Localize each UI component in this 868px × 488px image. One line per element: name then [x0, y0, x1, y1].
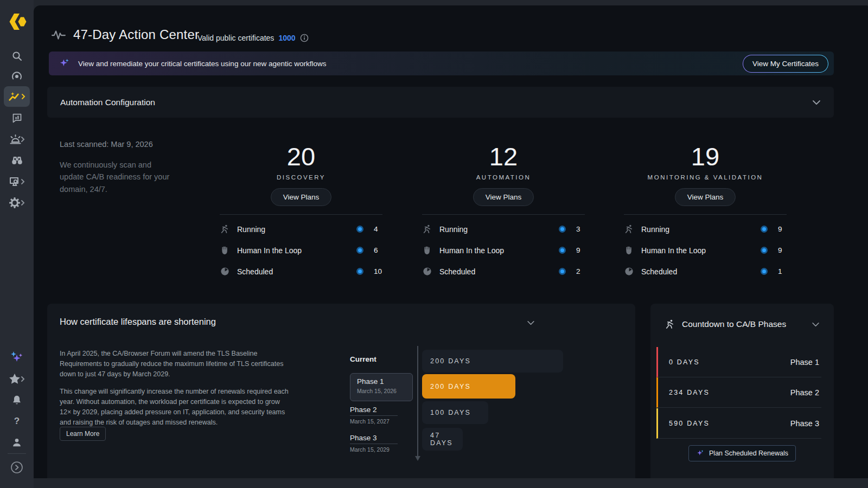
valid-certificates: Valid public certificates 1000 [197, 34, 309, 42]
runner-icon [624, 224, 634, 234]
clock-icon [422, 266, 432, 277]
stat-row-label: Human In the Loop [641, 246, 754, 255]
valid-certificates-count[interactable]: 1000 [278, 34, 295, 42]
sidebar-item-notifications[interactable] [0, 390, 34, 410]
sidebar-item-inspect[interactable] [0, 171, 34, 192]
stat-row-value: 2 [576, 267, 585, 275]
stat-rows: Running 3 Human In the Loop 9 Scheduled … [422, 214, 585, 282]
phase-date: March 15, 2027 [350, 418, 404, 425]
count-dot [356, 247, 363, 254]
lifespan-bar-47: 47 DAYS [422, 428, 463, 451]
sidebar-item-discovery[interactable] [0, 150, 34, 171]
countdown-row-phase-3: 590 DAYS Phase 3 [656, 408, 821, 439]
lifespans-title: How certificate lifespans are shortening [60, 317, 216, 327]
stat-row-running: Running 3 [422, 219, 585, 240]
stat-row-label: Scheduled [439, 267, 552, 276]
collapse-toggle[interactable] [812, 100, 821, 105]
stat-row-scheduled: Scheduled 2 [422, 261, 585, 282]
sidebar-item-help[interactable]: ? [0, 411, 34, 432]
learn-more-button[interactable]: Learn More [60, 427, 106, 441]
stat-row-scheduled: Scheduled 10 [220, 261, 382, 282]
chevron-down-icon [812, 100, 821, 105]
automation-configuration-header[interactable]: Automation Configuration [47, 87, 834, 118]
stat-count: 19 [624, 144, 787, 169]
search-icon [11, 50, 23, 62]
brand-logo[interactable] [0, 10, 34, 34]
countdown-title: Countdown to CA/B Phases [682, 319, 805, 329]
sidebar-item-search[interactable] [0, 46, 34, 66]
expand-icon [10, 461, 23, 474]
phase-date: March 15, 2029 [350, 446, 404, 453]
dashboard-icon [11, 112, 23, 124]
stat-column-monitoring: 19 MONITORING & VALIDATION View Plans Ru… [624, 144, 787, 282]
stat-column-automation: 12 AUTOMATION View Plans Running 3 Human… [422, 144, 585, 282]
stat-rows: Running 9 Human In the Loop 9 Scheduled … [624, 214, 787, 282]
lifespans-paragraph-1: In April 2025, the CA/Browser Forum will… [60, 349, 292, 380]
stat-row-value: 6 [374, 246, 382, 254]
stat-row-running: Running 9 [624, 219, 787, 240]
countdown-days: 234 DAYS [669, 389, 710, 396]
stat-row-value: 3 [576, 225, 585, 233]
sidebar-item-account[interactable] [0, 432, 34, 453]
page-title: 47-Day Action Center [73, 27, 199, 42]
countdown-days: 590 DAYS [669, 420, 710, 427]
countdown-phase: Phase 1 [790, 358, 819, 367]
current-label: Current [350, 355, 376, 363]
sidebar-item-target[interactable] [0, 66, 34, 87]
count-dot [761, 268, 768, 275]
plan-scheduled-renewals-label: Plan Scheduled Renewals [709, 450, 788, 457]
stat-column-discovery: 20 DISCOVERY View Plans Running 4 Human … [220, 144, 382, 282]
sidebar-item-favorites[interactable] [0, 369, 34, 389]
stat-row-value: 9 [778, 225, 787, 233]
view-plans-button[interactable]: View Plans [473, 188, 534, 206]
main-window: 47-Day Action Center Valid public certif… [34, 5, 868, 478]
sidebar-item-incidents[interactable] [0, 129, 34, 150]
stat-row-value: 9 [778, 246, 787, 254]
view-plans-button[interactable]: View Plans [675, 188, 736, 206]
target-icon [11, 70, 23, 82]
stat-category: MONITORING & VALIDATION [624, 174, 787, 181]
countdown-phase: Phase 2 [790, 388, 819, 397]
count-dot [761, 226, 768, 233]
sidebar-item-dashboard[interactable] [0, 107, 34, 128]
view-my-certificates-button[interactable]: View My Certificates [743, 55, 828, 73]
phase-item-3[interactable]: Phase 3 March 15, 2029 [350, 433, 404, 453]
ai-sparkles-icon [10, 350, 24, 364]
stat-row-value: 1 [778, 267, 787, 275]
phase-item-2[interactable]: Phase 2 March 15, 2027 [350, 404, 404, 425]
stat-count: 12 [422, 144, 585, 169]
chevron-down-icon[interactable] [812, 322, 820, 327]
stat-row-running: Running 4 [220, 219, 382, 240]
clock-icon [220, 266, 230, 277]
hand-icon [220, 245, 230, 255]
sidebar-expand-button[interactable] [0, 457, 34, 478]
view-plans-button[interactable]: View Plans [271, 188, 332, 206]
collapse-toggle[interactable] [527, 318, 535, 328]
runner-icon [665, 319, 675, 330]
lifespan-bar-200-current: 200 DAYS [422, 350, 563, 373]
stat-category: DISCOVERY [220, 174, 382, 181]
info-icon[interactable] [300, 34, 309, 42]
account-icon [11, 436, 23, 448]
sidebar-divider [8, 453, 26, 454]
phase-item-1[interactable]: Phase 1 March 15, 2026 [350, 373, 413, 401]
logo-icon [7, 13, 27, 30]
stat-row-hitl: Human In the Loop 9 [624, 240, 787, 261]
agentic-workflows-banner: View and remediate your critical certifi… [49, 52, 834, 75]
page-header: 47-Day Action Center [52, 27, 199, 42]
runner-icon [220, 224, 230, 234]
gear-icon [9, 197, 25, 209]
sidebar-item-automation-active[interactable] [4, 86, 30, 107]
countdown-row-phase-1: 0 DAYS Phase 1 [656, 347, 821, 377]
stat-row-label: Human In the Loop [237, 246, 349, 255]
stat-rows: Running 4 Human In the Loop 6 Scheduled … [220, 214, 382, 282]
sidebar-item-settings[interactable] [0, 192, 34, 213]
plan-scheduled-renewals-button[interactable]: Plan Scheduled Renewals [688, 445, 796, 461]
sidebar-item-ai[interactable] [0, 347, 34, 368]
incident-icon [9, 133, 25, 145]
phase-name: Phase 1 [357, 377, 406, 386]
countdown-row-phase-2: 234 DAYS Phase 2 [656, 377, 821, 408]
lifespans-paragraph-2: This change will significantly increase … [60, 387, 292, 428]
stat-category: AUTOMATION [422, 174, 585, 181]
stat-row-label: Running [641, 225, 754, 234]
